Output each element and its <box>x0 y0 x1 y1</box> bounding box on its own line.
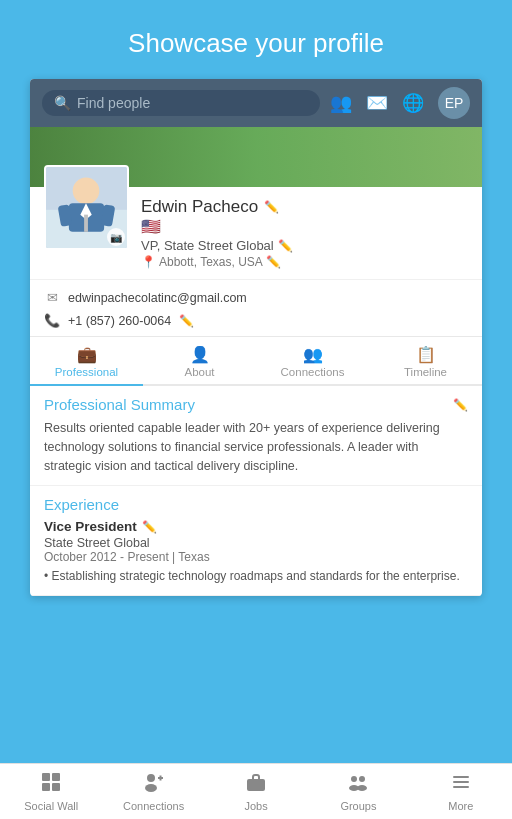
timeline-icon: 📋 <box>416 345 436 364</box>
search-placeholder-text: Find people <box>77 95 150 111</box>
tab-professional[interactable]: 💼 Professional <box>30 337 143 386</box>
svg-point-20 <box>357 785 367 791</box>
edit-summary-icon[interactable]: ✏️ <box>453 398 468 412</box>
svg-point-17 <box>351 776 357 782</box>
person-icon: 👤 <box>190 345 210 364</box>
nav-more-label: More <box>448 800 473 812</box>
profile-details: Edwin Pacheco ✏️ 🇺🇸 VP, State Street Glo… <box>141 195 468 269</box>
profile-tabs: 💼 Professional 👤 About 👥 Connections 📋 T… <box>30 336 482 386</box>
svg-rect-16 <box>247 779 265 791</box>
phone-value: +1 (857) 260-0064 <box>68 314 171 328</box>
svg-point-12 <box>147 774 155 782</box>
professional-summary-text: Results oriented capable leader with 20+… <box>44 419 468 475</box>
professional-summary-header: Professional Summary ✏️ <box>44 396 468 413</box>
email-row: ✉ edwinpachecolatinc@gmail.com <box>44 286 468 309</box>
profile-card: 🔍 Find people 👥 ✉️ 🌐 EP <box>30 79 482 596</box>
globe-icon[interactable]: 🌐 <box>402 92 424 114</box>
profile-pic-wrapper: 📷 <box>44 165 129 250</box>
svg-rect-9 <box>52 773 60 781</box>
nav-groups[interactable]: Groups <box>307 764 409 819</box>
job-title: Vice President <box>44 519 137 534</box>
email-icon: ✉ <box>44 290 60 305</box>
edit-job-icon[interactable]: ✏️ <box>142 520 157 534</box>
svg-point-13 <box>145 784 157 792</box>
profile-flag: 🇺🇸 <box>141 217 468 236</box>
tab-connections[interactable]: 👥 Connections <box>256 337 369 384</box>
avatar[interactable]: EP <box>438 87 470 119</box>
nav-connections[interactable]: Connections <box>102 764 204 819</box>
edit-phone-icon[interactable]: ✏️ <box>179 314 194 328</box>
nav-more[interactable]: More <box>410 764 512 819</box>
people-icon[interactable]: 👥 <box>330 92 352 114</box>
tab-connections-label: Connections <box>281 366 345 378</box>
experience-title-text: Experience <box>44 496 119 513</box>
bottom-nav: Social Wall Connections Jobs <box>0 763 512 819</box>
header-title: Showcase your profile <box>128 28 384 58</box>
top-bar-icons: 👥 ✉️ 🌐 EP <box>330 87 470 119</box>
nav-connections-label: Connections <box>123 800 184 812</box>
tab-timeline[interactable]: 📋 Timeline <box>369 337 482 384</box>
briefcase-nav-icon <box>245 771 267 798</box>
svg-rect-21 <box>453 776 469 778</box>
profile-location-text: Abbott, Texas, USA <box>159 255 263 269</box>
profile-name-row: Edwin Pacheco ✏️ <box>141 197 468 217</box>
tab-professional-label: Professional <box>55 366 118 378</box>
email-value: edwinpachecolatinc@gmail.com <box>68 291 247 305</box>
connections-icon <box>143 771 165 798</box>
profile-title: VP, State Street Global ✏️ <box>141 238 468 253</box>
page-header: Showcase your profile <box>0 0 512 79</box>
contact-section: ✉ edwinpachecolatinc@gmail.com 📞 +1 (857… <box>30 279 482 336</box>
top-bar: 🔍 Find people 👥 ✉️ 🌐 EP <box>30 79 482 127</box>
location-icon: 📍 <box>141 255 156 269</box>
phone-row: 📞 +1 (857) 260-0064 ✏️ <box>44 309 468 332</box>
profile-location: 📍 Abbott, Texas, USA ✏️ <box>141 255 468 269</box>
groups-icon <box>347 771 369 798</box>
grid-icon <box>40 771 62 798</box>
more-icon <box>450 771 472 798</box>
svg-rect-22 <box>453 781 469 783</box>
tab-about[interactable]: 👤 About <box>143 337 256 384</box>
svg-point-18 <box>359 776 365 782</box>
svg-rect-11 <box>52 783 60 791</box>
professional-summary-title: Professional Summary <box>44 396 195 413</box>
phone-icon: 📞 <box>44 313 60 328</box>
nav-social-wall[interactable]: Social Wall <box>0 764 102 819</box>
experience-item: Vice President ✏️ State Street Global Oc… <box>44 519 468 585</box>
search-icon: 🔍 <box>54 95 71 111</box>
experience-bullet: • Establishing strategic technology road… <box>44 567 468 585</box>
profile-info-section: 📷 Edwin Pacheco ✏️ 🇺🇸 VP, State Street G… <box>30 187 482 279</box>
add-people-icon: 👥 <box>303 345 323 364</box>
search-box[interactable]: 🔍 Find people <box>42 90 320 116</box>
flag-emoji: 🇺🇸 <box>141 218 161 235</box>
nav-jobs[interactable]: Jobs <box>205 764 307 819</box>
profile-name: Edwin Pacheco <box>141 197 258 217</box>
tab-about-label: About <box>184 366 214 378</box>
svg-rect-5 <box>84 215 88 232</box>
nav-social-wall-label: Social Wall <box>24 800 78 812</box>
job-title-row: Vice President ✏️ <box>44 519 468 534</box>
nav-groups-label: Groups <box>340 800 376 812</box>
message-icon[interactable]: ✉️ <box>366 92 388 114</box>
nav-jobs-label: Jobs <box>244 800 267 812</box>
svg-rect-8 <box>42 773 50 781</box>
experience-section: Experience Vice President ✏️ State Stree… <box>30 486 482 596</box>
experience-header: Experience <box>44 496 468 513</box>
tab-timeline-label: Timeline <box>404 366 447 378</box>
briefcase-icon: 💼 <box>77 345 97 364</box>
svg-rect-23 <box>453 786 469 788</box>
employment-dates: October 2012 - Present | Texas <box>44 550 468 564</box>
camera-icon[interactable]: 📷 <box>107 228 125 246</box>
professional-summary-section: Professional Summary ✏️ Results oriented… <box>30 386 482 486</box>
edit-location-icon[interactable]: ✏️ <box>266 255 281 269</box>
company-name: State Street Global <box>44 536 468 550</box>
profile-title-text: VP, State Street Global <box>141 238 274 253</box>
edit-title-icon[interactable]: ✏️ <box>278 239 293 253</box>
svg-point-2 <box>73 177 100 204</box>
svg-rect-10 <box>42 783 50 791</box>
edit-name-icon[interactable]: ✏️ <box>264 200 279 214</box>
